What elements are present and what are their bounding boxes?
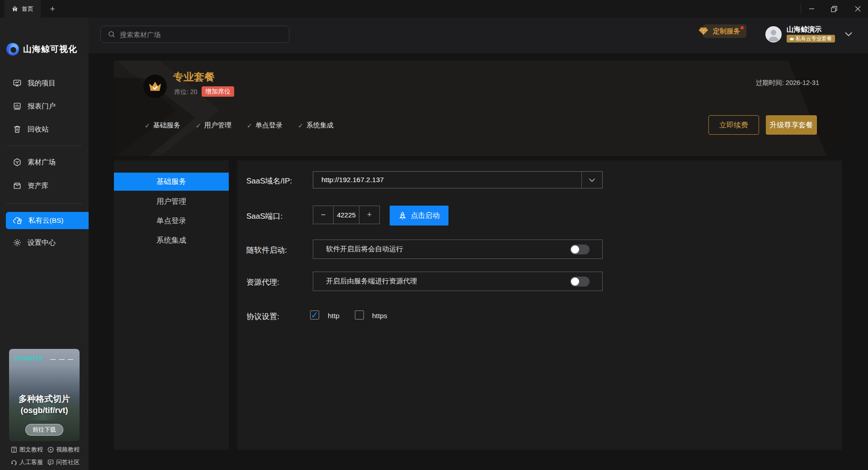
sidebar-item-asset-library[interactable]: 资产库 xyxy=(0,177,89,195)
sidebar-item-label: 资产库 xyxy=(28,181,49,191)
new-tab-button[interactable]: + xyxy=(47,4,58,14)
tab-home[interactable]: 首页 xyxy=(5,0,41,18)
domain-dropdown-button[interactable] xyxy=(581,172,602,188)
sidebar-item-settings[interactable]: 设置中心 xyxy=(0,234,89,252)
bar-chart-icon xyxy=(13,102,22,111)
header: 定制服务 山海鲸演示 私有云专业套餐 xyxy=(89,18,868,53)
link-label: 问答社区 xyxy=(56,458,80,466)
chat-icon xyxy=(47,459,54,465)
gear-icon xyxy=(13,238,22,247)
crown-icon xyxy=(148,81,162,92)
hexagon-box-icon xyxy=(13,158,22,167)
https-checkbox[interactable] xyxy=(355,310,364,320)
plan-feature-label: 系统集成 xyxy=(307,121,334,130)
plan-feature-label: 基础服务 xyxy=(153,121,180,130)
settings-content-panel: SaaS域名/IP: SaaS端口: − 42225 + 点击启动 随软件启动:… xyxy=(237,160,842,450)
link-qa-community[interactable]: 问答社区 xyxy=(47,458,80,466)
subnav-item-user-management[interactable]: 用户管理 xyxy=(114,193,229,211)
renew-button[interactable]: 立即续费 xyxy=(708,115,759,135)
cloud-lock-icon xyxy=(13,216,23,225)
plan-feature: ✓ 单点登录 xyxy=(247,121,283,130)
doc-icon xyxy=(11,446,17,453)
sidebar-item-my-projects[interactable]: 我的项目 xyxy=(0,74,89,92)
sidebar-item-recycle-bin[interactable]: 回收站 xyxy=(0,120,89,138)
username[interactable]: 山海鲸演示 xyxy=(787,25,822,34)
link-customer-service[interactable]: 人工客服 xyxy=(11,458,43,466)
link-label: 图文教程 xyxy=(19,446,43,454)
sidebar-item-label: 私有云(BS) xyxy=(28,216,64,226)
sidebar: 山海鲸可视化 我的项目 报表门户 回收站 素材广场 资产库 私有云(BS) 设置… xyxy=(0,18,89,470)
check-icon: ✓ xyxy=(145,122,150,129)
chevron-down-icon xyxy=(589,178,595,182)
sidebar-item-label: 设置中心 xyxy=(28,238,56,248)
subnav-item-sso[interactable]: 单点登录 xyxy=(114,212,229,230)
http-checkbox[interactable]: ✓ xyxy=(310,310,319,320)
plan-title: 专业套餐 xyxy=(173,70,215,84)
port-increment-button[interactable]: + xyxy=(359,206,379,224)
user-plan-badge-label: 私有云专业套餐 xyxy=(796,35,832,42)
port-label: SaaS端口: xyxy=(246,211,283,221)
proxy-toggle[interactable] xyxy=(570,277,590,287)
close-button[interactable] xyxy=(847,0,868,18)
port-decrement-button[interactable]: − xyxy=(313,206,333,224)
proxy-description: 开启后由服务端进行资源代理 xyxy=(326,277,417,286)
sidebar-item-report-portal[interactable]: 报表门户 xyxy=(0,97,89,115)
ad-headline-1: 多种格式切片 xyxy=(9,393,80,405)
subnav-item-system-integration[interactable]: 系统集成 xyxy=(114,231,229,249)
sidebar-item-private-cloud[interactable]: 私有云(BS) xyxy=(6,212,89,229)
home-icon xyxy=(12,6,18,12)
https-checkbox-label[interactable]: https xyxy=(372,312,387,320)
minimize-icon xyxy=(809,6,815,12)
sidebar-item-label: 我的项目 xyxy=(28,79,56,88)
presentation-chart-icon xyxy=(13,79,22,88)
search-input[interactable] xyxy=(120,31,274,38)
gisbox-logo: GISBOX xyxy=(14,354,43,362)
check-icon: ✓ xyxy=(298,122,303,129)
ad-download-button[interactable]: 前往下载 xyxy=(25,424,63,436)
launch-button[interactable]: 点击启动 xyxy=(390,206,448,226)
plan-expire-date: 过期时间: 2026-12-31 xyxy=(646,79,819,87)
link-doc-tutorial[interactable]: 图文教程 xyxy=(11,446,43,454)
custom-service-label: 定制服务 xyxy=(713,27,740,35)
titlebar: 首页 + xyxy=(0,0,868,18)
gisbox-ad-banner[interactable]: GISBOX — — — 多种格式切片 (osgb/tif/rvt) 前往下载 xyxy=(9,349,80,441)
autostart-toggle[interactable] xyxy=(570,244,590,254)
headset-icon xyxy=(11,459,17,465)
sidebar-item-label: 回收站 xyxy=(28,125,49,134)
minimize-button[interactable] xyxy=(801,0,822,18)
search-box[interactable] xyxy=(100,26,289,43)
ad-dashes-icon: — — — xyxy=(50,356,74,362)
app-logo: 山海鲸可视化 xyxy=(6,43,77,56)
chevron-down-icon[interactable] xyxy=(844,30,853,38)
autostart-description: 软件开启后将会自动运行 xyxy=(326,244,403,254)
http-checkbox-label[interactable]: http xyxy=(328,312,340,320)
custom-service[interactable]: 定制服务 xyxy=(698,24,746,38)
link-label: 视频教程 xyxy=(56,446,80,454)
plan-feature: ✓ 系统集成 xyxy=(298,121,334,130)
plan-feature-label: 用户管理 xyxy=(204,121,231,130)
upgrade-button[interactable]: 升级尊享套餐 xyxy=(766,115,817,135)
plan-crown-badge xyxy=(143,75,167,98)
check-icon: ✓ xyxy=(247,122,252,129)
sidebar-item-material-market[interactable]: 素材广场 xyxy=(0,153,89,171)
search-icon xyxy=(108,31,115,38)
sidebar-divider xyxy=(6,203,82,204)
app-logo-icon xyxy=(6,43,19,56)
port-value[interactable]: 42225 xyxy=(333,206,359,224)
ad-headline-2: (osgb/tif/rvt) xyxy=(9,406,80,415)
domain-input[interactable] xyxy=(313,176,564,184)
avatar[interactable] xyxy=(765,26,782,42)
play-circle-icon xyxy=(47,446,54,453)
close-icon xyxy=(855,6,861,12)
notification-dot xyxy=(741,26,744,29)
person-icon xyxy=(765,26,782,42)
gem-icon xyxy=(698,26,709,37)
restore-button[interactable] xyxy=(824,0,844,18)
sidebar-item-label: 报表门户 xyxy=(28,102,56,111)
banner-decoration xyxy=(723,61,841,156)
add-seats-button[interactable]: 增加席位 xyxy=(202,86,234,97)
link-video-tutorial[interactable]: 视频教程 xyxy=(47,446,80,454)
custom-service-button[interactable]: 定制服务 xyxy=(703,24,746,38)
rocket-icon xyxy=(399,212,406,220)
subnav-item-basic-service[interactable]: 基础服务 xyxy=(114,173,229,191)
